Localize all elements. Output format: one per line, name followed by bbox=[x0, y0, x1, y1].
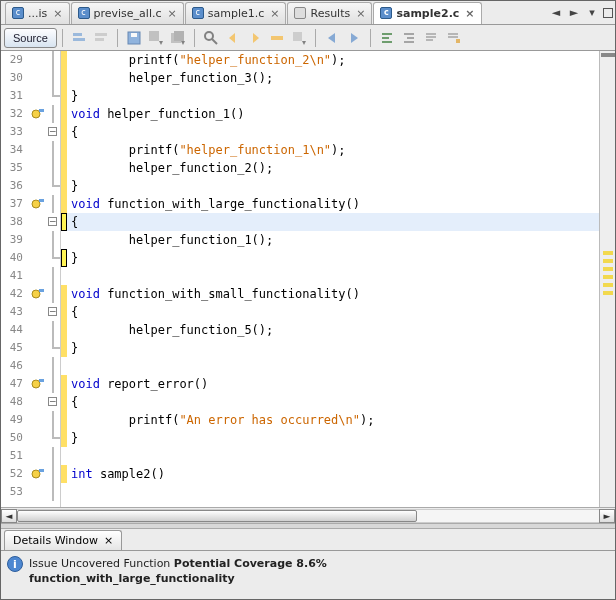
code-line[interactable]: helper_function_2(); bbox=[67, 159, 599, 177]
scroll-thumb[interactable] bbox=[17, 510, 417, 522]
tab-list-button[interactable]: ▾ bbox=[584, 6, 600, 20]
annotation-cell bbox=[29, 141, 47, 159]
find-next-button[interactable] bbox=[245, 28, 265, 48]
code-line[interactable] bbox=[67, 447, 599, 465]
code-line[interactable]: void report_error() bbox=[67, 375, 599, 393]
fold-cell[interactable]: − bbox=[47, 393, 61, 411]
close-icon[interactable]: × bbox=[270, 7, 279, 20]
code-line[interactable]: } bbox=[67, 87, 599, 105]
code-line[interactable]: helper_function_5(); bbox=[67, 321, 599, 339]
code-line[interactable]: helper_function_3(); bbox=[67, 69, 599, 87]
line-number: 39 bbox=[1, 231, 29, 249]
code-line[interactable] bbox=[67, 483, 599, 501]
code-line[interactable]: { bbox=[67, 303, 599, 321]
code-line[interactable]: } bbox=[67, 249, 599, 267]
save-all-button[interactable] bbox=[168, 28, 188, 48]
fold-toggle[interactable]: − bbox=[48, 217, 57, 226]
scroll-track[interactable] bbox=[17, 509, 599, 523]
uncomment-button[interactable] bbox=[443, 28, 463, 48]
code-line[interactable]: int sample2() bbox=[67, 465, 599, 483]
code-line[interactable]: void function_with_small_functionality() bbox=[67, 285, 599, 303]
code-line[interactable]: } bbox=[67, 339, 599, 357]
svg-rect-1 bbox=[73, 38, 85, 41]
line-number: 32 bbox=[1, 105, 29, 123]
toggle-highlight-button[interactable] bbox=[267, 28, 287, 48]
fold-toggle[interactable]: − bbox=[48, 127, 57, 136]
source-button[interactable]: Source bbox=[4, 28, 57, 48]
comment-button[interactable] bbox=[421, 28, 441, 48]
history-back-button[interactable] bbox=[69, 28, 89, 48]
save-dropdown[interactable] bbox=[146, 28, 166, 48]
close-icon[interactable]: × bbox=[168, 7, 177, 20]
tab-next-button[interactable]: ► bbox=[566, 6, 582, 20]
fold-cell bbox=[47, 159, 61, 177]
code-line[interactable]: void function_with_large_functionality() bbox=[67, 195, 599, 213]
svg-rect-35 bbox=[39, 199, 44, 202]
fold-toggle[interactable]: − bbox=[48, 397, 57, 406]
fold-cell[interactable]: − bbox=[47, 303, 61, 321]
close-icon[interactable]: × bbox=[104, 534, 113, 547]
annotation-cell bbox=[29, 51, 47, 69]
c-file-icon: c bbox=[78, 7, 90, 19]
svg-rect-39 bbox=[39, 379, 44, 382]
c-file-icon: c bbox=[192, 7, 204, 19]
close-icon[interactable]: × bbox=[53, 7, 62, 20]
maximize-button[interactable] bbox=[603, 8, 613, 18]
code-line[interactable]: } bbox=[67, 429, 599, 447]
tab-prev-button[interactable]: ◄ bbox=[548, 6, 564, 20]
file-tab[interactable]: csample1.c× bbox=[185, 2, 287, 24]
close-icon[interactable]: × bbox=[465, 7, 474, 20]
fold-cell bbox=[47, 447, 61, 465]
results-icon bbox=[294, 7, 306, 19]
history-fwd-button[interactable] bbox=[91, 28, 111, 48]
fold-toggle[interactable]: − bbox=[48, 307, 57, 316]
code-line[interactable]: { bbox=[67, 393, 599, 411]
file-tab[interactable]: cprevise_all.c× bbox=[71, 2, 184, 24]
line-number: 46 bbox=[1, 357, 29, 375]
fold-cell[interactable]: − bbox=[47, 213, 61, 231]
annotation-cell bbox=[29, 447, 47, 465]
find-button[interactable] bbox=[201, 28, 221, 48]
code-line[interactable]: printf("helper_function_2\n"); bbox=[67, 51, 599, 69]
replace-dropdown[interactable] bbox=[289, 28, 309, 48]
details-window-tab[interactable]: Details Window × bbox=[4, 530, 122, 550]
code-line[interactable] bbox=[67, 357, 599, 375]
shift-left-button[interactable] bbox=[377, 28, 397, 48]
horizontal-scrollbar[interactable]: ◄ ► bbox=[1, 507, 615, 523]
bulb-icon bbox=[29, 375, 47, 393]
code-line[interactable]: } bbox=[67, 177, 599, 195]
shift-right-button[interactable] bbox=[399, 28, 419, 48]
scroll-right[interactable]: ► bbox=[599, 509, 615, 523]
line-number: 50 bbox=[1, 429, 29, 447]
line-number: 42 bbox=[1, 285, 29, 303]
find-prev-button[interactable] bbox=[223, 28, 243, 48]
code-line[interactable]: { bbox=[67, 213, 599, 231]
code-line[interactable]: printf("An error has occurred\n"); bbox=[67, 411, 599, 429]
code-line[interactable] bbox=[67, 267, 599, 285]
c-file-icon: c bbox=[380, 7, 392, 19]
save-button[interactable] bbox=[124, 28, 144, 48]
file-tab[interactable]: csample2.c× bbox=[373, 2, 481, 24]
close-icon[interactable]: × bbox=[356, 7, 365, 20]
next-bookmark-button[interactable] bbox=[344, 28, 364, 48]
file-tab[interactable]: c...is× bbox=[5, 2, 70, 24]
code-editor[interactable]: 2930313233343536373839404142434445464748… bbox=[1, 51, 615, 507]
prev-bookmark-button[interactable] bbox=[322, 28, 342, 48]
code-line[interactable]: printf("helper_function_1\n"); bbox=[67, 141, 599, 159]
annotation-cell bbox=[29, 177, 47, 195]
file-tab[interactable]: Results× bbox=[287, 2, 372, 24]
tab-label: Results bbox=[310, 7, 350, 20]
svg-rect-16 bbox=[293, 32, 302, 41]
scroll-left[interactable]: ◄ bbox=[1, 509, 17, 523]
annotation-cell bbox=[29, 393, 47, 411]
svg-point-36 bbox=[32, 290, 40, 298]
error-stripe[interactable] bbox=[599, 51, 615, 507]
fold-cell[interactable]: − bbox=[47, 123, 61, 141]
code-line[interactable]: void helper_function_1() bbox=[67, 105, 599, 123]
issue-coverage: Potential Coverage 8.6% bbox=[174, 557, 327, 570]
line-number: 41 bbox=[1, 267, 29, 285]
svg-rect-37 bbox=[39, 289, 44, 292]
fold-cell bbox=[47, 51, 61, 69]
code-line[interactable]: helper_function_1(); bbox=[67, 231, 599, 249]
code-line[interactable]: { bbox=[67, 123, 599, 141]
